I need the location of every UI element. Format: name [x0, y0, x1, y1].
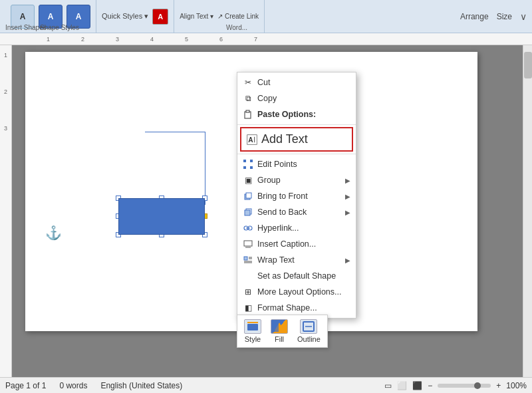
view-web-icon[interactable]: ⬜ — [397, 381, 407, 390]
menu-bring-front-label: Bring to Front — [257, 192, 308, 201]
main-area: 1 2 3 ⚓ — [0, 45, 532, 377]
connector-v — [205, 132, 206, 205]
svg-rect-1 — [246, 110, 249, 112]
ruler-numbers: 1 2 3 4 5 6 7 — [47, 36, 257, 43]
menu-format-shape-label: Format Shape... — [257, 303, 317, 313]
zoom-slider[interactable] — [438, 384, 491, 388]
outline-button[interactable]: Outline — [297, 319, 321, 343]
bring-front-icon — [243, 191, 253, 201]
svg-rect-16 — [244, 241, 252, 246]
svg-rect-5 — [243, 160, 246, 162]
menu-add-text-label: Add Text — [261, 132, 308, 146]
arrange-size-section: Arrange Size ∨ — [460, 11, 527, 22]
outline-icon — [300, 319, 317, 334]
language: English (United States) — [100, 381, 182, 390]
svg-rect-18 — [244, 257, 247, 260]
wrap-text-arrow: ▶ — [345, 257, 350, 264]
menu-wrap-text-label: Wrap Text — [257, 255, 295, 265]
size-label: Size — [497, 12, 512, 21]
menu-item-cut[interactable]: ✂ Cut — [237, 74, 356, 90]
menu-item-group[interactable]: ▣ Group ▶ — [237, 172, 356, 188]
status-bar: Page 1 of 1 0 words English (United Stat… — [0, 377, 532, 393]
menu-item-bring-front[interactable]: Bring to Front ▶ — [237, 188, 356, 204]
menu-cut-label: Cut — [257, 78, 270, 87]
shape-styles-section: Quick Styles ▾ A Shape Styles — [96, 0, 174, 33]
group-icon: ▣ — [243, 175, 253, 186]
add-text-icon: A — [247, 134, 257, 145]
shape-styles-label: Shape Styles — [40, 24, 79, 31]
edit-points-icon — [243, 159, 253, 170]
copy-icon: ⧉ — [243, 93, 253, 104]
ribbon: A A A Insert Shapes Quick Styles ▾ A Sha… — [0, 0, 532, 33]
hyperlink-icon — [243, 223, 253, 233]
style-label: Style — [245, 335, 261, 343]
menu-send-back-label: Send to Back — [257, 207, 307, 217]
svg-text:A: A — [248, 136, 253, 143]
style-icon — [244, 319, 261, 334]
menu-item-insert-caption[interactable]: Insert Caption... — [237, 236, 356, 252]
menu-item-send-back[interactable]: Send to Back ▶ — [237, 204, 356, 220]
wrap-text-icon — [243, 255, 253, 265]
menu-paste-label: Paste Options: — [257, 110, 316, 119]
menu-insert-caption-label: Insert Caption... — [257, 239, 316, 249]
menu-group-label: Group — [257, 176, 281, 185]
style-color-btn[interactable]: A — [152, 9, 168, 25]
separator-2 — [237, 154, 356, 154]
svg-rect-25 — [273, 321, 279, 332]
style-button[interactable]: Style — [244, 319, 261, 343]
canvas-area: ⚓ ✂ — [12, 45, 532, 377]
shape-toolbar: Style Fill Outline — [237, 315, 328, 348]
context-menu: ✂ Cut ⧉ Copy Paste Options: A A — [237, 72, 356, 319]
scrollbar-thumb[interactable] — [524, 52, 532, 78]
fill-button[interactable]: Fill — [271, 319, 288, 343]
expand-icon[interactable]: ∨ — [520, 11, 527, 22]
send-back-icon — [243, 207, 253, 217]
zoom-in-btn[interactable]: + — [496, 381, 501, 390]
zoom-out-btn[interactable]: − — [428, 381, 432, 390]
menu-more-layout-label: More Layout Options... — [257, 287, 341, 297]
view-outline-icon[interactable]: ⬛ — [412, 381, 422, 390]
status-right: ▭ ⬜ ⬛ − + 100% — [384, 381, 527, 390]
bring-front-arrow: ▶ — [345, 193, 350, 200]
menu-item-more-layout[interactable]: ⊞ More Layout Options... — [237, 284, 356, 300]
word-count: 0 words — [59, 381, 87, 390]
arrange-label: Arrange — [460, 12, 489, 21]
menu-item-add-text[interactable]: A Add Text — [240, 127, 353, 152]
separator-1 — [237, 124, 356, 125]
zoom-level: 100% — [506, 381, 527, 390]
page-info: Page 1 of 1 — [5, 381, 46, 390]
caption-icon — [243, 239, 253, 249]
menu-edit-points-label: Edit Points — [257, 160, 297, 169]
connector-h — [145, 132, 205, 133]
paste-icon — [243, 109, 253, 120]
menu-item-wrap-text[interactable]: Wrap Text ▶ — [237, 252, 356, 268]
menu-item-paste[interactable]: Paste Options: — [237, 106, 356, 122]
menu-item-format-shape[interactable]: ◧ Format Shape... — [237, 300, 356, 316]
svg-rect-8 — [250, 166, 253, 169]
menu-item-copy[interactable]: ⧉ Copy — [237, 90, 356, 106]
format-shape-icon: ◧ — [243, 303, 253, 313]
menu-item-edit-points[interactable]: Edit Points — [237, 156, 356, 172]
outline-label: Outline — [297, 335, 321, 343]
word-art-label: Word... — [226, 24, 247, 31]
send-back-arrow: ▶ — [345, 209, 350, 216]
svg-rect-6 — [250, 160, 253, 162]
svg-rect-23 — [247, 324, 258, 330]
vertical-ruler: 1 2 3 — [0, 45, 12, 377]
vertical-scrollbar[interactable] — [523, 45, 532, 377]
view-normal-icon[interactable]: ▭ — [384, 381, 392, 390]
fill-label: Fill — [275, 335, 284, 343]
menu-item-default-shape[interactable]: Set as Default Shape — [237, 268, 356, 284]
menu-item-hyperlink[interactable]: Hyperlink... — [237, 220, 356, 236]
fill-icon — [271, 319, 288, 334]
menu-default-shape-label: Set as Default Shape — [257, 271, 336, 281]
more-layout-icon: ⊞ — [243, 287, 253, 297]
default-shape-icon — [243, 271, 253, 281]
scissors-icon: ✂ — [243, 77, 253, 88]
zoom-thumb[interactable] — [474, 382, 481, 389]
menu-hyperlink-label: Hyperlink... — [257, 223, 299, 233]
group-arrow: ▶ — [345, 177, 350, 184]
shape-rect — [118, 198, 205, 235]
shape-container[interactable] — [118, 198, 205, 235]
svg-rect-7 — [243, 166, 246, 169]
